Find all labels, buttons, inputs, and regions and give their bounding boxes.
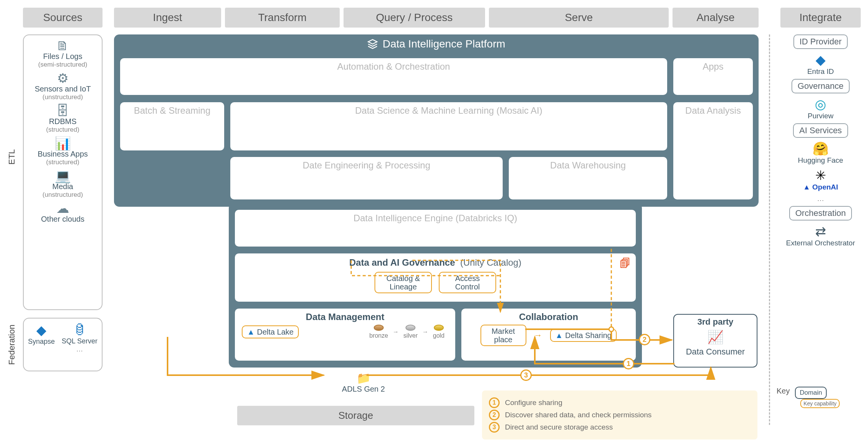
src-media: 💻 Media (unstructured) bbox=[42, 169, 83, 199]
step-3-text: Direct and secure storage access bbox=[505, 423, 613, 431]
box-dsml: Data Science & Machine Learning (Mosaic … bbox=[230, 101, 668, 151]
fed-synapse: ◆ Synapse bbox=[28, 322, 55, 346]
pill-id-provider: ID Provider bbox=[793, 34, 848, 49]
int-more: … bbox=[817, 194, 824, 203]
cloud-icon: ☁ bbox=[41, 202, 84, 215]
fed-more: … bbox=[62, 345, 97, 353]
src-files: 🗎 Files / Logs (semi-structured) bbox=[38, 39, 87, 69]
gov-title-main: Data and AI Governance bbox=[349, 257, 455, 268]
pill-delta-sharing: ▲ Delta Sharing bbox=[550, 329, 617, 342]
legend-key: Key bbox=[777, 387, 790, 395]
pill-orchestration: Orchestration bbox=[789, 206, 852, 221]
file-icon: 🗎 bbox=[38, 39, 87, 52]
pill-marketplace: Market place bbox=[480, 325, 526, 346]
federation-panel: ◆ Synapse 🛢 SQL Server … bbox=[23, 318, 103, 371]
src-media-title: Media bbox=[42, 182, 83, 191]
arrow-icon: → bbox=[534, 330, 542, 340]
delta-sharing-label: Delta Sharing bbox=[565, 331, 611, 340]
sqlserver-icon: 🛢 bbox=[62, 322, 97, 337]
steps-legend: 1Configure sharing 2Discover shared data… bbox=[482, 390, 757, 439]
src-rdbms: 🗄 RDBMS (structured) bbox=[46, 104, 80, 134]
document-icon: 🗐 bbox=[620, 257, 630, 270]
step-2-marker: 2 bbox=[639, 334, 650, 345]
purview-icon: ◎ bbox=[808, 96, 834, 112]
src-biz-sub: (structured) bbox=[37, 158, 88, 166]
int-purview: ◎ Purview bbox=[808, 96, 834, 120]
box-engine: Data Intelligence Engine (Databricks IQ) bbox=[234, 209, 637, 247]
step-1-marker: 1 bbox=[623, 358, 634, 369]
src-rdbms-title: RDBMS bbox=[46, 117, 80, 126]
col-analyse: Analyse bbox=[673, 8, 759, 28]
box-batch: Batch & Streaming bbox=[119, 101, 225, 151]
src-files-title: Files / Logs bbox=[38, 52, 87, 61]
src-rdbms-sub: (structured) bbox=[46, 126, 80, 134]
fed-sqlserver: 🛢 SQL Server … bbox=[62, 322, 97, 353]
pill-ai-services: AI Services bbox=[793, 123, 848, 138]
box-automation: Automation & Orchestration bbox=[119, 57, 668, 96]
collab-title: Collaboration bbox=[464, 312, 633, 322]
sources-panel: 🗎 Files / Logs (semi-structured) ⚙ Senso… bbox=[23, 34, 103, 310]
delta-lake-label: Delta Lake bbox=[257, 328, 294, 336]
int-entra: ◆ Entra ID bbox=[807, 52, 834, 76]
col-integrate: Integrate bbox=[780, 8, 861, 28]
int-hf: 🤗 Hugging Face bbox=[798, 141, 843, 165]
tp-consumer: Data Consumer bbox=[678, 347, 753, 357]
network-icon: ⚙ bbox=[35, 72, 91, 85]
step-3-marker: 3 bbox=[520, 369, 532, 381]
src-clouds: ☁ Other clouds bbox=[41, 202, 84, 224]
tp-title: 3rd party bbox=[678, 317, 753, 327]
col-transform: Transform bbox=[225, 8, 340, 28]
step-2-text: Discover shared data, and check permissi… bbox=[505, 411, 651, 419]
pill-delta-lake: ▲ Delta Lake bbox=[242, 325, 299, 338]
box-dw: Data Warehousing bbox=[508, 156, 668, 200]
integrate-panel: ID Provider ◆ Entra ID Governance ◎ Purv… bbox=[777, 34, 865, 247]
fed-sqlserver-label: SQL Server bbox=[62, 337, 97, 345]
col-ingest: Ingest bbox=[114, 8, 221, 28]
gov-title-sub: (Unity Catalog) bbox=[460, 257, 521, 268]
hf-label: Hugging Face bbox=[798, 156, 843, 165]
adls-label: ADLS Gen 2 bbox=[333, 385, 394, 394]
fed-synapse-label: Synapse bbox=[28, 338, 55, 346]
etl-label: ETL bbox=[7, 134, 17, 180]
storage-label: Storage bbox=[237, 406, 474, 425]
chart-icon: 📊 bbox=[37, 137, 88, 150]
platform: Data Intelligence Platform Automation & … bbox=[114, 34, 759, 368]
delta-icon: ▲ bbox=[247, 328, 255, 336]
box-third-party: 3rd party 📈 Data Consumer bbox=[673, 314, 757, 368]
pill-catalog: Catalog & Lineage bbox=[375, 272, 432, 293]
box-de: Date Engineering & Processing bbox=[230, 156, 503, 200]
gold-label: gold bbox=[433, 332, 445, 339]
src-iot-sub: (unstructured) bbox=[35, 93, 91, 101]
delta-sharing-icon: ▲ bbox=[555, 331, 563, 340]
platform-title-row: Data Intelligence Platform bbox=[114, 34, 759, 54]
database-icon: 🗄 bbox=[46, 104, 80, 117]
src-iot-title: Sensors and IoT bbox=[35, 85, 91, 93]
purview-label: Purview bbox=[808, 112, 834, 120]
analytics-icon: 📈 bbox=[678, 329, 753, 345]
legend: Key Domain Key capability bbox=[777, 387, 834, 408]
legend-domain: Domain bbox=[795, 387, 827, 399]
separator bbox=[769, 34, 770, 425]
box-analysis: Data Analysis bbox=[673, 101, 754, 200]
box-apps: Apps bbox=[673, 57, 754, 96]
entra-label: Entra ID bbox=[807, 67, 834, 76]
pill-governance: Governance bbox=[791, 79, 850, 93]
box-collaboration: Collaboration Market place → ▲ Delta Sha… bbox=[461, 308, 637, 361]
medallion: bronze → silver → gold bbox=[369, 325, 445, 339]
src-iot: ⚙ Sensors and IoT (unstructured) bbox=[35, 72, 91, 101]
openai-icon: ✳ bbox=[803, 168, 838, 183]
layers-icon bbox=[367, 39, 378, 49]
src-biz: 📊 Business Apps (structured) bbox=[37, 137, 88, 166]
gov-title: Data and AI Governance (Unity Catalog) bbox=[239, 257, 632, 268]
openai-label: ▲ OpenAI bbox=[803, 183, 838, 191]
dm-title: Data Management bbox=[238, 312, 452, 322]
pill-access: Access Control bbox=[439, 272, 496, 293]
ext-orch-label: External Orchestrator bbox=[786, 239, 855, 247]
folder-icon: 📁 bbox=[333, 371, 394, 385]
hf-icon: 🤗 bbox=[798, 141, 843, 156]
adls: 📁 ADLS Gen 2 bbox=[333, 371, 394, 394]
entra-icon: ◆ bbox=[807, 52, 834, 67]
src-files-sub: (semi-structured) bbox=[38, 61, 87, 69]
int-ext-orch: ⇄ External Orchestrator bbox=[786, 224, 855, 247]
platform-title: Data Intelligence Platform bbox=[383, 38, 505, 50]
